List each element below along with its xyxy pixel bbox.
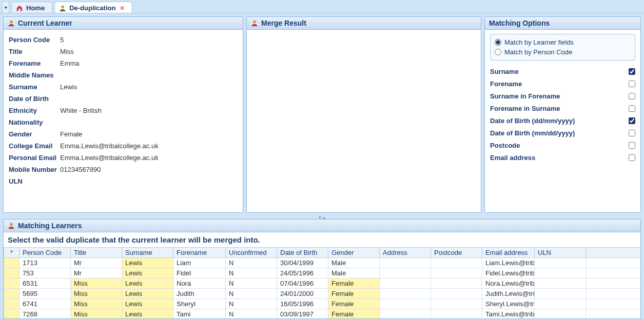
cell-address	[380, 278, 431, 289]
cell-unconfirmed: N	[226, 309, 277, 319]
cell-uln	[535, 309, 586, 319]
check-input[interactable]	[629, 142, 635, 149]
cell-unconfirmed: N	[226, 268, 277, 278]
cell-uln	[535, 278, 586, 289]
cell-dob: 03/09/1997	[277, 309, 328, 319]
cell-blank	[586, 299, 641, 309]
col-title[interactable]: Title	[71, 248, 122, 258]
radio-input-code[interactable]	[495, 49, 501, 55]
col-unconfirmed[interactable]: Unconfirmed	[226, 248, 277, 258]
col-postcode[interactable]: Postcode	[431, 248, 482, 258]
panel-header-merge-result: Merge Result	[247, 17, 481, 30]
svg-point-2	[10, 21, 12, 23]
cell-select	[4, 289, 19, 299]
match-field-checks: SurnameForenameSurname in ForenameForena…	[490, 66, 635, 164]
table-row[interactable]: 6531MissLewisNoraN07/04/1996FemaleNora.L…	[4, 278, 641, 289]
check-input[interactable]	[629, 130, 635, 136]
cell-select	[4, 309, 19, 319]
cell-unconfirmed: N	[226, 278, 277, 289]
col-email[interactable]: Email address	[482, 248, 535, 258]
check-input[interactable]	[629, 93, 635, 99]
cell-email: Nora.Lewis@tribal	[482, 278, 535, 289]
check-row[interactable]: Forename in Surname	[490, 103, 635, 115]
check-input[interactable]	[629, 105, 635, 112]
panel-title: Matching Learners	[18, 222, 82, 230]
person-icon	[8, 222, 15, 229]
radio-input-fields[interactable]	[495, 39, 501, 46]
table-header-row[interactable]: * Person Code Title Surname Forename Unc…	[4, 248, 641, 258]
cell-postcode	[431, 278, 482, 289]
check-row[interactable]: Surname in Forename	[490, 90, 635, 103]
label-dob: Date of Birth	[9, 95, 60, 103]
check-row[interactable]: Date of Birth (dd/mm/yyyy)	[490, 115, 635, 127]
radio-match-by-code[interactable]: Match by Person Code	[495, 47, 631, 57]
person-icon	[251, 19, 258, 27]
cell-blank	[586, 278, 641, 289]
col-address[interactable]: Address	[380, 248, 431, 258]
table-row[interactable]: 6741MissLewisSherylN16/05/1996FemaleSher…	[4, 299, 641, 309]
col-dob[interactable]: Date of Birth	[277, 248, 328, 258]
check-row[interactable]: Email address	[490, 152, 635, 164]
col-select[interactable]: *	[4, 248, 19, 258]
cell-gender: Female	[328, 299, 380, 309]
table-row[interactable]: 7268MissLewisTamiN03/09/1997FemaleTami.L…	[4, 309, 641, 319]
cell-forename: Liam	[173, 258, 226, 268]
merge-result-body	[247, 30, 481, 212]
cell-person-code: 6531	[19, 278, 71, 289]
panel-title: Matching Options	[489, 19, 550, 27]
col-surname[interactable]: Surname	[122, 248, 173, 258]
check-row[interactable]: Surname	[490, 66, 635, 78]
table-row[interactable]: 753MrLewisFidelN24/05/1996MaleFidel.Lewi…	[4, 268, 641, 278]
cell-address	[380, 289, 431, 299]
close-icon[interactable]: ✕	[120, 5, 125, 12]
check-label: Surname in Forename	[490, 92, 560, 100]
cell-unconfirmed: N	[226, 289, 277, 299]
panel-header-matching-learners: Matching Learners	[4, 220, 640, 232]
table-row[interactable]: 1713MrLewisLiamN30/04/1999MaleLiam.Lewis…	[4, 258, 641, 268]
tab-home-label: Home	[26, 4, 45, 12]
cell-email: Judith.Lewis@triba	[482, 289, 535, 299]
check-input[interactable]	[629, 117, 635, 124]
check-row[interactable]: Date of Birth (mm/dd/yyyy)	[490, 127, 635, 139]
value-college-email: Emma.Lewis@tribalcollege.ac.uk	[60, 142, 159, 150]
check-row[interactable]: Forename	[490, 78, 635, 90]
value-gender: Female	[60, 130, 82, 138]
cell-select	[4, 278, 19, 289]
check-input[interactable]	[629, 154, 635, 161]
svg-point-4	[10, 223, 12, 226]
value-person-code: 5	[60, 36, 64, 44]
cell-uln	[535, 268, 586, 278]
panel-header-matching-options: Matching Options	[485, 17, 640, 30]
cell-address	[380, 258, 431, 268]
label-middlenames: Middle Names	[9, 71, 60, 79]
tab-menu-button[interactable]: ▾	[2, 2, 9, 13]
label-surname: Surname	[9, 83, 60, 91]
check-label: Forename in Surname	[490, 105, 560, 112]
cell-gender: Female	[328, 309, 380, 319]
cell-email: Liam.Lewis@tribalc	[482, 258, 535, 268]
cell-gender: Male	[328, 268, 380, 278]
col-forename[interactable]: Forename	[173, 248, 226, 258]
cell-title: Miss	[71, 309, 122, 319]
table-row[interactable]: 5695MissLewisJudithN24/01/2000FemaleJudi…	[4, 289, 641, 299]
cell-surname: Lewis	[122, 278, 173, 289]
check-input[interactable]	[629, 81, 635, 87]
matching-results-table[interactable]: * Person Code Title Surname Forename Unc…	[4, 247, 640, 318]
col-gender[interactable]: Gender	[328, 248, 380, 258]
tab-home[interactable]: Home	[11, 2, 52, 13]
cell-gender: Male	[328, 258, 380, 268]
cell-person-code: 753	[19, 268, 71, 278]
tab-deduplication[interactable]: De-duplication ✕	[54, 2, 132, 13]
check-row[interactable]: Postcode	[490, 139, 635, 152]
cell-dob: 16/05/1996	[277, 299, 328, 309]
value-title: Miss	[60, 48, 74, 55]
col-blank[interactable]	[586, 248, 641, 258]
radio-match-by-fields[interactable]: Match by Learner fields	[495, 37, 631, 47]
label-nationality: Nationality	[9, 118, 60, 126]
check-input[interactable]	[629, 68, 635, 75]
col-person-code[interactable]: Person Code	[19, 248, 71, 258]
col-uln[interactable]: ULN	[535, 248, 586, 258]
cell-select	[4, 299, 19, 309]
cell-email: Tami.Lewis@tribalc	[482, 309, 535, 319]
main-panels-row: Current Learner Person Code5 TitleMiss F…	[0, 13, 644, 216]
